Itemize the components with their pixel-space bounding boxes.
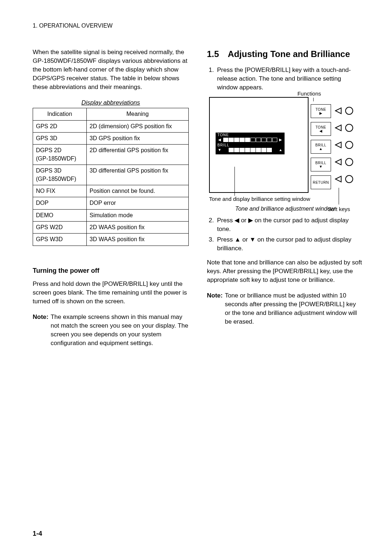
brill-label: BRILL xyxy=(216,143,284,147)
callout-line xyxy=(313,98,314,101)
table-row: DEMOSimulation mode xyxy=(33,209,189,221)
bar-cell xyxy=(234,138,239,142)
col-header-indication: Indication xyxy=(33,108,87,120)
page-number: 1-4 xyxy=(33,529,42,538)
step-2: Press ◀ or ▶ on the cursor pad to adjust… xyxy=(216,216,363,234)
step-3: Press ▲ or ▼ on the cursor pad to adjust… xyxy=(216,235,363,253)
svg-marker-4 xyxy=(335,142,341,148)
table-row: GPS 2D2D (dimension) GPS position fix xyxy=(33,120,189,132)
bar-cell xyxy=(250,138,256,142)
svg-marker-2 xyxy=(335,125,341,131)
svg-point-1 xyxy=(346,107,353,114)
note-block-right: Note: Tone or brilliance must be adjuste… xyxy=(207,291,363,326)
bar-cell xyxy=(261,148,266,152)
down-arrow-icon: ▼ xyxy=(217,147,222,153)
bar-cell xyxy=(234,148,239,152)
bar-cell xyxy=(245,148,250,152)
left-column: When the satellite signal is being recei… xyxy=(33,48,189,347)
svg-marker-0 xyxy=(335,108,341,114)
section-title: 1.5 Adjusting Tone and Brilliance xyxy=(207,48,363,60)
softkey-label: RETURN xyxy=(311,175,331,189)
table-cell: GPS W2D xyxy=(33,222,87,234)
note-block-left: Note: The example screens shown in this … xyxy=(33,313,189,347)
table-cell: DOP error xyxy=(86,197,188,209)
callout-functions: Functions xyxy=(297,90,321,97)
svg-marker-6 xyxy=(335,159,341,165)
power-off-paragraph: Press and hold down the [POWER/BRILL] ke… xyxy=(33,280,189,305)
bar-cell xyxy=(229,138,234,142)
softkey-label: TONE▶ xyxy=(311,104,331,118)
note-label: Note: xyxy=(207,291,222,326)
table-cell: DEMO xyxy=(33,209,87,221)
note-label: Note: xyxy=(33,313,48,347)
abbreviations-table: Indication Meaning GPS 2D2D (dimension) … xyxy=(33,108,189,246)
left-arrow-icon: ◀ xyxy=(217,137,222,142)
table-caption: Display abbreviations xyxy=(33,98,189,107)
bar-cell xyxy=(240,148,245,152)
svg-marker-8 xyxy=(335,176,341,182)
right-column: 1.5 Adjusting Tone and Brilliance Press … xyxy=(207,48,363,347)
table-cell: DGPS 2D(GP-1850WDF) xyxy=(33,145,87,165)
tone-label: TONE xyxy=(216,133,284,137)
table-row: GPS W3D3D WAAS position fix xyxy=(33,234,189,246)
bar-cell xyxy=(267,138,272,142)
bar-cell xyxy=(256,138,261,142)
table-cell: GPS 2D xyxy=(33,120,87,132)
bar-cell xyxy=(223,138,228,142)
device-screen: TONE ◀ ▶ BRILL ▼ ▲ xyxy=(209,97,309,193)
steps-list-1: Press the [POWER/BRILL] key with a touch… xyxy=(207,66,363,92)
right-arrow-icon: ▶ xyxy=(278,137,283,142)
table-row: GPS 3D3D GPS position fix xyxy=(33,132,189,144)
table-cell: Position cannot be found. xyxy=(86,185,188,197)
table-cell: DOP xyxy=(33,197,87,209)
callout-line xyxy=(234,167,235,196)
tone-brill-window: TONE ◀ ▶ BRILL ▼ ▲ xyxy=(216,133,285,154)
brill-bar: ▼ ▲ xyxy=(216,147,284,153)
table-cell: 3D WAAS position fix xyxy=(86,234,188,246)
softkey-labels: TONE▶TONE◀BRILL▲BRILL▼RETURN xyxy=(311,104,331,189)
bar-cell xyxy=(240,138,245,142)
softkey-label: BRILL▼ xyxy=(311,158,331,171)
section-number: 1.5 xyxy=(207,48,219,60)
softkey-label: TONE◀ xyxy=(311,122,331,136)
table-cell: 3D GPS position fix xyxy=(86,132,188,144)
svg-point-5 xyxy=(346,141,353,149)
table-row: DOPDOP error xyxy=(33,197,189,209)
sub-heading-power-off: Turning the power off xyxy=(33,266,189,275)
up-arrow-icon: ▲ xyxy=(278,147,283,153)
softkey-button-icon xyxy=(335,121,355,134)
table-cell: Simulation mode xyxy=(86,209,188,221)
note-text: Tone or brilliance must be adjusted with… xyxy=(225,291,363,326)
bar-cell xyxy=(245,138,250,142)
two-column-layout: When the satellite signal is being recei… xyxy=(33,48,363,347)
bar-cell xyxy=(229,148,234,152)
tone-brill-figure: TONE ◀ ▶ BRILL ▼ ▲ xyxy=(207,97,363,213)
note-text: The example screens shown in this manual… xyxy=(50,313,189,347)
svg-point-7 xyxy=(346,158,353,166)
table-row: GPS W2D2D WAAS position fix xyxy=(33,222,189,234)
svg-point-9 xyxy=(346,175,353,183)
page: 1. OPERATIONAL OVERVIEW When the satelli… xyxy=(0,0,392,555)
table-cell: 2D WAAS position fix xyxy=(86,222,188,234)
softkey-paragraph: Note that tone and brilliance can also b… xyxy=(207,258,363,284)
svg-point-3 xyxy=(346,124,353,131)
bar-cell xyxy=(250,148,256,152)
callout-setting-window: Tone and display brilliance setting wind… xyxy=(209,195,310,203)
tone-bar: ◀ ▶ xyxy=(216,137,284,143)
table-row: NO FIXPosition cannot be found. xyxy=(33,185,189,197)
softkey-label: BRILL▲ xyxy=(311,140,331,154)
step-1: Press the [POWER/BRILL] key with a touch… xyxy=(216,66,363,92)
bar-cell xyxy=(256,148,261,152)
softkey-button-icon xyxy=(335,104,355,117)
table-cell: NO FIX xyxy=(33,185,87,197)
softkey-button-icon xyxy=(335,138,355,151)
steps-list-2: Press ◀ or ▶ on the cursor pad to adjust… xyxy=(207,216,363,253)
bar-cell xyxy=(261,138,266,142)
bar-cell xyxy=(267,148,272,152)
table-cell: 2D differential GPS position fix xyxy=(86,145,188,165)
table-cell: GPS W3D xyxy=(33,234,87,246)
intro-paragraph: When the satellite signal is being recei… xyxy=(33,48,189,91)
hardkey-icons xyxy=(335,104,355,186)
table-cell: 3D differential GPS position fix xyxy=(86,165,188,185)
callout-softkeys: Soft keys xyxy=(328,205,350,213)
